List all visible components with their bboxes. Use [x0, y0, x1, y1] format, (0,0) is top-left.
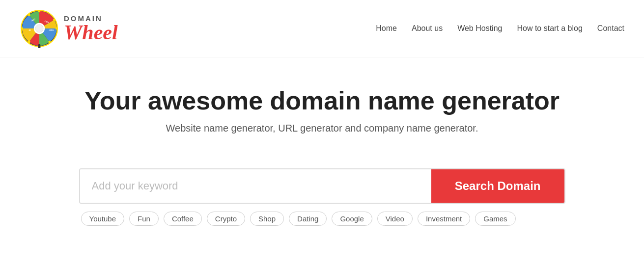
hero-subtitle: Website name generator, URL generator an… — [20, 123, 624, 134]
hero-title: Your awesome domain name generator — [20, 87, 624, 115]
search-button[interactable]: Search Domain — [431, 169, 564, 203]
logo-text: DOMAIN Wheel — [64, 15, 118, 43]
search-bar: Search Domain — [79, 168, 565, 204]
tag-shop[interactable]: Shop — [250, 212, 284, 226]
logo-wheel-icon: .COM .NET .ORG .IO — [20, 9, 59, 48]
search-input[interactable] — [80, 169, 431, 203]
nav-link-about-us[interactable]: About us — [412, 24, 443, 33]
search-section: Search Domain YoutubeFunCoffeeCryptoShop… — [40, 168, 605, 226]
svg-point-2 — [38, 10, 41, 12]
tag-crypto[interactable]: Crypto — [207, 212, 245, 226]
svg-text:.IO: .IO — [28, 29, 31, 31]
svg-point-4 — [56, 27, 58, 30]
svg-point-5 — [48, 41, 51, 43]
svg-point-8 — [21, 27, 23, 30]
nav-link-contact[interactable]: Contact — [597, 24, 624, 33]
svg-point-9 — [28, 14, 30, 16]
svg-point-11 — [35, 25, 43, 32]
tag-dating[interactable]: Dating — [289, 212, 327, 226]
svg-point-7 — [28, 41, 30, 43]
nav-link-how-to-start-a-blog[interactable]: How to start a blog — [517, 24, 582, 33]
tag-fun[interactable]: Fun — [129, 212, 159, 226]
svg-rect-12 — [38, 44, 41, 48]
nav-link-web-hosting[interactable]: Web Hosting — [457, 24, 502, 33]
tag-coffee[interactable]: Coffee — [164, 212, 202, 226]
tag-google[interactable]: Google — [332, 212, 372, 226]
hero-section: Your awesome domain name generator Websi… — [0, 57, 644, 154]
main-nav: HomeAbout usWeb HostingHow to start a bl… — [376, 24, 624, 33]
nav-link-home[interactable]: Home — [376, 24, 397, 33]
tag-investment[interactable]: Investment — [418, 212, 470, 226]
header: .COM .NET .ORG .IO DOMAIN Wheel HomeAbou… — [0, 0, 644, 57]
logo-wheel-text: Wheel — [64, 22, 118, 43]
tags-container: YoutubeFunCoffeeCryptoShopDatingGoogleVi… — [79, 212, 565, 226]
svg-point-3 — [53, 19, 56, 21]
tag-video[interactable]: Video — [377, 212, 413, 226]
tag-games[interactable]: Games — [475, 212, 515, 226]
logo-area: .COM .NET .ORG .IO DOMAIN Wheel — [20, 9, 118, 48]
tag-youtube[interactable]: Youtube — [81, 212, 125, 226]
svg-text:.ORG: .ORG — [49, 29, 54, 31]
